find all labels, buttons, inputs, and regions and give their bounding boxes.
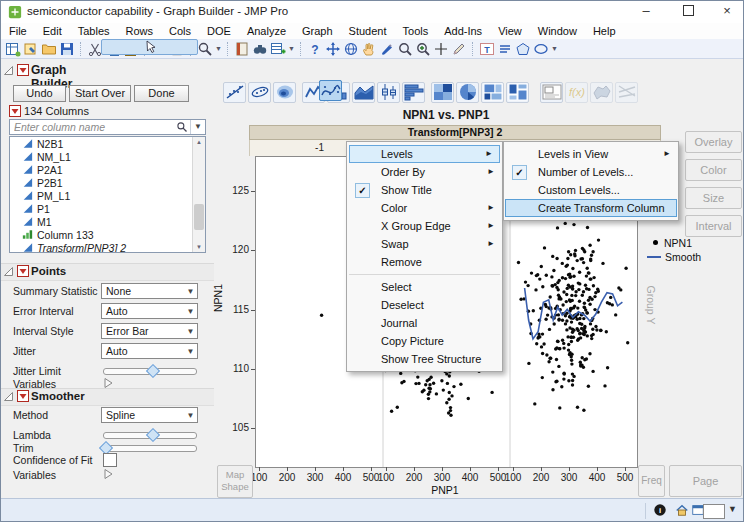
column-search-box[interactable]: ▼ — [9, 119, 206, 135]
menu-cols[interactable]: Cols — [161, 25, 199, 37]
menu-item-copy-picture[interactable]: Copy Picture — [347, 332, 502, 350]
search-filter-dropdown[interactable]: ▼ — [190, 120, 205, 134]
palette-smoother-button[interactable] — [319, 80, 342, 101]
menu-window[interactable]: Window — [530, 25, 585, 37]
toolbar-crosshair-button[interactable] — [432, 40, 450, 58]
toolbar-annotate-lines-button[interactable] — [496, 40, 514, 58]
toolbar-add-rows-button[interactable] — [269, 40, 287, 58]
toolbar-annotate-text-button[interactable]: T — [478, 40, 496, 58]
column-item-transform-pnp3-2[interactable]: Transform[PNP3] 2 — [10, 241, 205, 253]
scrollbar[interactable]: ▲ ▼ — [192, 137, 205, 252]
toolbar-save-button[interactable] — [58, 40, 76, 58]
palette-contour-button[interactable] — [273, 82, 296, 103]
menu-item-order-by[interactable]: Order By► — [347, 163, 502, 181]
toolbar-grabber-button[interactable] — [324, 40, 342, 58]
home-icon[interactable] — [675, 503, 691, 519]
palette-mosaic-button[interactable] — [506, 82, 529, 103]
summary-statistic-select[interactable]: None▼ — [101, 283, 198, 299]
menu-item-levels-in-view[interactable]: Levels in View► — [504, 145, 678, 163]
menu-item-remove[interactable]: Remove — [347, 253, 502, 271]
toolbar-overflow-icon[interactable]: ▼ — [550, 40, 559, 58]
info-icon[interactable]: i — [653, 503, 669, 519]
menu-item-show-title[interactable]: ✓Show Title — [347, 181, 502, 199]
x-axis-label[interactable]: PNP1 — [415, 484, 475, 496]
drop-zone-color[interactable]: Color — [685, 159, 742, 181]
drop-zone-interval[interactable]: Interval — [685, 215, 742, 237]
toolbar-pencil-button[interactable] — [450, 40, 468, 58]
toolbar-globe-button[interactable] — [342, 40, 360, 58]
menu-item-color[interactable]: Color► — [347, 199, 502, 217]
menu-item-number-of-levels[interactable]: ✓Number of Levels... — [504, 163, 678, 181]
column-item-m1[interactable]: M1 — [10, 215, 205, 228]
confidence-of-fit-checkbox[interactable] — [103, 453, 117, 467]
palette-pie-button[interactable] — [456, 82, 479, 103]
menu-edit[interactable]: Edit — [35, 25, 70, 37]
toolbar-annotate-oval-button[interactable] — [532, 40, 550, 58]
menu-tools[interactable]: Tools — [395, 25, 437, 37]
undo-button[interactable]: Undo — [13, 85, 66, 102]
chevron-down-icon[interactable]: ▼ — [728, 504, 737, 514]
palette-area-button[interactable] — [352, 82, 375, 103]
menu-item-select[interactable]: Select — [347, 278, 502, 296]
drop-zone-map-shape[interactable]: Map Shape — [217, 465, 253, 498]
group-x-header[interactable]: Transform[PNP3] 2 — [249, 125, 661, 140]
disclosure-icon[interactable] — [3, 65, 14, 76]
zoom-box[interactable] — [703, 504, 725, 519]
jitter-select[interactable]: Auto▼ — [101, 343, 198, 359]
palette-map-shapes-button[interactable] — [590, 82, 613, 103]
menu-item-levels[interactable]: Levels► — [349, 145, 500, 163]
drop-zone-size[interactable]: Size — [685, 187, 742, 209]
red-triangle-menu-icon[interactable] — [17, 390, 29, 402]
toolbar-magnifier-button[interactable] — [396, 40, 414, 58]
done-button[interactable]: Done — [134, 85, 189, 102]
palette-treemap-button[interactable] — [481, 82, 504, 103]
menu-doe[interactable]: DOE — [199, 25, 239, 37]
interval-style-select[interactable]: Error Bar▼ — [101, 323, 198, 339]
menu-item-show-tree-structure[interactable]: Show Tree Structure — [347, 350, 502, 368]
red-triangle-menu-icon[interactable] — [17, 265, 29, 277]
column-item-p2a1[interactable]: P2A1 — [10, 163, 205, 176]
menu-item-create-transform-column[interactable]: Create Transform Column — [505, 199, 677, 217]
close-button[interactable]: × — [711, 1, 743, 23]
drop-zone-overlay[interactable]: Overlay — [685, 131, 742, 153]
column-item-pm-l1[interactable]: PM_L1 — [10, 189, 205, 202]
red-triangle-menu-icon[interactable] — [9, 105, 21, 117]
scroll-down-icon[interactable]: ▼ — [193, 242, 205, 252]
disclosure-icon[interactable] — [3, 391, 14, 402]
toolbar-journal-button[interactable] — [233, 40, 251, 58]
column-item-nm-l1[interactable]: NM_L1 — [10, 150, 205, 163]
menu-item-journal[interactable]: Journal — [347, 314, 502, 332]
column-search-input[interactable] — [10, 121, 176, 133]
palette-ellipse-button[interactable] — [248, 82, 271, 103]
menu-item-custom-levels[interactable]: Custom Levels... — [504, 181, 678, 199]
menu-item-swap[interactable]: Swap► — [347, 235, 502, 253]
column-item-p2b1[interactable]: P2B1 — [10, 176, 205, 189]
toolbar-hand-button[interactable] — [360, 40, 378, 58]
toolbar-open-button[interactable] — [40, 40, 58, 58]
menu-add-ins[interactable]: Add-Ins — [436, 25, 490, 37]
toolbar-binoculars-button[interactable] — [251, 40, 269, 58]
minimize-button[interactable]: – — [629, 1, 663, 23]
menu-student[interactable]: Student — [341, 25, 395, 37]
palette-parallel-button[interactable] — [615, 82, 638, 103]
method-select[interactable]: Spline▼ — [101, 407, 198, 423]
toolbar-cursor-button[interactable] — [101, 39, 198, 55]
menu-item-deselect[interactable]: Deselect — [347, 296, 502, 314]
y-axis-label[interactable]: NPN1 — [212, 298, 224, 312]
column-item-p1[interactable]: P1 — [10, 202, 205, 215]
palette-box-plot-button[interactable] — [377, 82, 400, 103]
palette-caption-box-button[interactable] — [540, 82, 563, 103]
toolbar-overflow-icon[interactable]: ▼ — [214, 40, 223, 58]
menu-item-x-group-edge[interactable]: X Group Edge► — [347, 217, 502, 235]
column-item-n2b1[interactable]: N2B1 — [10, 137, 205, 150]
drop-zone-page[interactable]: Page — [669, 465, 742, 497]
toolbar-annotate-polygon-button[interactable] — [514, 40, 532, 58]
menu-file[interactable]: File — [1, 25, 35, 37]
palette-heatmap-button[interactable] — [431, 82, 454, 103]
toolbar-brush-button[interactable] — [378, 40, 396, 58]
maximize-button[interactable] — [671, 1, 705, 23]
disclosure-icon[interactable] — [3, 266, 14, 277]
palette-line-of-fit-button[interactable] — [223, 82, 246, 103]
drop-zone-group-y[interactable]: Group Y — [645, 270, 657, 340]
toolbar-import-button[interactable] — [22, 40, 40, 58]
